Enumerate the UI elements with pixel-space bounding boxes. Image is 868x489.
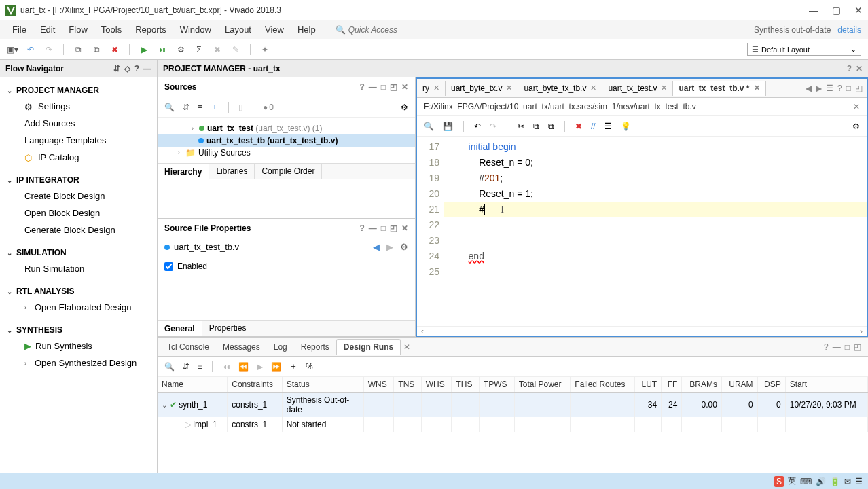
editor-tab[interactable]: uart_byte_tx.v✕: [446, 81, 518, 96]
tree-item-selected[interactable]: uart_tx_test_tb (uart_tx_test_tb.v): [158, 134, 415, 147]
copy-icon[interactable]: ⧉: [533, 122, 539, 131]
undo-icon[interactable]: ↶: [25, 44, 36, 55]
expand-icon[interactable]: ≡: [198, 362, 202, 372]
col-status[interactable]: Status: [282, 377, 363, 393]
format-icon[interactable]: ☰: [604, 122, 612, 131]
percent-icon[interactable]: %: [306, 362, 313, 372]
nav-generate-block[interactable]: Generate Block Design: [19, 221, 157, 238]
tab-design-runs[interactable]: Design Runs: [336, 339, 401, 355]
code-line[interactable]: Reset_n = 1;: [444, 186, 867, 202]
close-icon[interactable]: ✕: [401, 82, 408, 92]
nav-open-elaborated[interactable]: ›Open Elaborated Design: [19, 299, 157, 316]
pop-icon[interactable]: ◰: [855, 84, 863, 93]
chevron-icon[interactable]: ›: [178, 149, 180, 156]
code-line[interactable]: Reset_n = 0;: [444, 155, 867, 170]
code-line[interactable]: [444, 233, 867, 249]
file-icon[interactable]: ▯: [238, 103, 243, 112]
gear-icon[interactable]: ⚙: [175, 44, 186, 55]
list-icon[interactable]: ☰: [826, 84, 833, 93]
fwd-icon[interactable]: ▶: [386, 242, 393, 252]
collapse-icon[interactable]: ⇵: [113, 64, 120, 73]
pop-icon[interactable]: ◰: [390, 82, 397, 92]
gear-icon[interactable]: ⚙: [401, 103, 408, 112]
nav-settings[interactable]: ⚙Settings: [19, 98, 157, 115]
tab-general[interactable]: General: [158, 321, 202, 336]
col-uram[interactable]: URAM: [721, 377, 757, 393]
prev-icon[interactable]: ⏪: [238, 362, 249, 372]
nav-run-simulation[interactable]: Run Simulation: [19, 260, 157, 277]
col-failed[interactable]: Failed Routes: [571, 377, 635, 393]
chevron-icon[interactable]: ⌄: [162, 401, 167, 409]
prev-tab-icon[interactable]: ◀: [806, 84, 812, 93]
copy-icon[interactable]: ⧉: [73, 44, 84, 55]
play-icon[interactable]: ▶: [257, 362, 263, 372]
tab-log[interactable]: Log: [267, 340, 294, 355]
collapse-icon[interactable]: ⇵: [183, 362, 189, 372]
menu-flow[interactable]: Flow: [63, 22, 92, 37]
col-wns[interactable]: WNS: [363, 377, 394, 393]
tool-icon[interactable]: ✎: [230, 44, 241, 55]
minimize-icon[interactable]: —: [143, 64, 151, 73]
next-tab-icon[interactable]: ▶: [816, 84, 822, 93]
code-line[interactable]: initial begin: [444, 139, 867, 155]
table-row[interactable]: ⌄✔ synth_1 constrs_1 Synthesis Out-of-da…: [158, 393, 868, 418]
cut-icon[interactable]: ✂: [518, 122, 524, 131]
col-totalpower[interactable]: Total Power: [514, 377, 571, 393]
tray-icon[interactable]: 🔊: [816, 477, 826, 486]
min-icon[interactable]: —: [369, 223, 377, 233]
delete-icon[interactable]: ✖: [575, 122, 582, 131]
help-icon[interactable]: ?: [359, 82, 364, 92]
tab-properties[interactable]: Properties: [202, 321, 254, 336]
close-button[interactable]: ✕: [854, 5, 863, 16]
section-ip-integrator[interactable]: ⌄IP INTEGRATOR: [0, 173, 157, 187]
max-icon[interactable]: □: [381, 223, 386, 233]
next-icon[interactable]: ⏩: [271, 362, 281, 372]
add-icon[interactable]: ＋: [211, 101, 219, 113]
cancel-gray-icon[interactable]: ✖: [212, 44, 223, 55]
menu-file[interactable]: File: [7, 22, 32, 37]
max-icon[interactable]: □: [381, 82, 386, 92]
tray-icon[interactable]: 🔋: [830, 477, 840, 486]
editor-tab-active[interactable]: uart_tx_test_tb.v *✕: [673, 81, 765, 96]
table-row[interactable]: ▷ impl_1 constrs_1 Not started: [158, 417, 868, 432]
minimize-button[interactable]: —: [809, 5, 818, 16]
undo-icon[interactable]: ↶: [474, 122, 481, 131]
menu-reports[interactable]: Reports: [130, 22, 172, 37]
maximize-button[interactable]: ▢: [832, 5, 841, 16]
menu-view[interactable]: View: [259, 22, 289, 37]
save-icon[interactable]: 💾: [443, 122, 453, 131]
pop-icon[interactable]: ◰: [390, 223, 397, 233]
tree-item[interactable]: › uart_tx_test (uart_tx_test.v) (1): [158, 122, 415, 134]
help-icon[interactable]: ?: [837, 84, 842, 93]
sigma-icon[interactable]: Σ: [194, 44, 204, 55]
nav-create-block[interactable]: Create Block Design: [19, 187, 157, 204]
col-lut[interactable]: LUT: [635, 377, 662, 393]
col-ths[interactable]: THS: [452, 377, 479, 393]
col-whs[interactable]: WHS: [421, 377, 452, 393]
nav-add-sources[interactable]: Add Sources: [19, 115, 157, 132]
min-icon[interactable]: —: [369, 82, 377, 92]
max-icon[interactable]: □: [845, 342, 850, 352]
search-icon[interactable]: 🔍: [164, 103, 175, 112]
quick-access-input[interactable]: [348, 25, 471, 35]
tab-reports[interactable]: Reports: [294, 340, 336, 355]
editor-tab[interactable]: uart_byte_tx_tb.v✕: [518, 81, 602, 96]
max-icon[interactable]: □: [846, 84, 851, 93]
col-start[interactable]: Start: [785, 377, 867, 393]
col-name[interactable]: Name: [158, 377, 228, 393]
help-icon[interactable]: ?: [134, 64, 139, 73]
back-icon[interactable]: ◀: [373, 242, 380, 252]
code-line[interactable]: #201;: [444, 170, 867, 186]
comment-icon[interactable]: //: [591, 122, 596, 131]
help-icon[interactable]: ?: [359, 223, 364, 233]
section-synthesis[interactable]: ⌄SYNTHESIS: [0, 323, 157, 338]
run-icon[interactable]: ▶: [139, 44, 149, 55]
nav-open-synthesized[interactable]: ›Open Synthesized Design: [19, 355, 157, 372]
col-tpws[interactable]: TPWS: [479, 377, 514, 393]
help-icon[interactable]: ?: [847, 64, 852, 73]
code-line[interactable]: [444, 217, 867, 233]
col-brams[interactable]: BRAMs: [682, 377, 722, 393]
tab-tcl[interactable]: Tcl Console: [160, 340, 216, 355]
info-icon[interactable]: 💡: [621, 122, 631, 131]
paste-icon[interactable]: ⧉: [548, 122, 554, 131]
